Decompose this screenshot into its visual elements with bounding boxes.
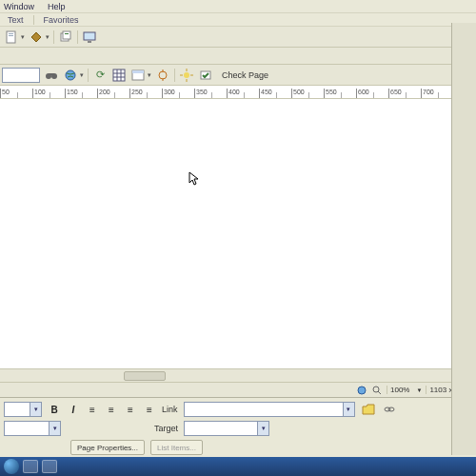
check-page-button[interactable]: Check Page bbox=[217, 69, 273, 82]
target-combo[interactable]: ▾ bbox=[184, 421, 269, 436]
ruler-tick: 350 bbox=[194, 89, 227, 98]
chevron-down-icon[interactable]: ▾ bbox=[21, 33, 25, 41]
rhombus-icon[interactable] bbox=[29, 30, 44, 45]
svg-point-23 bbox=[184, 72, 189, 78]
sub-tabs: Text Favorites bbox=[0, 13, 476, 27]
svg-rect-13 bbox=[113, 69, 125, 81]
ruler-tick: 50 bbox=[0, 89, 32, 98]
monitor-icon[interactable] bbox=[82, 30, 97, 45]
cursor-icon bbox=[188, 171, 200, 189]
ruler-tick: 600 bbox=[356, 89, 388, 98]
svg-point-29 bbox=[358, 387, 366, 394]
ruler-tick: 100 bbox=[32, 89, 65, 98]
align-center-button[interactable]: ≡ bbox=[105, 403, 118, 416]
svg-rect-5 bbox=[63, 31, 70, 39]
search-icon[interactable] bbox=[371, 385, 383, 396]
check-icon[interactable] bbox=[198, 68, 213, 83]
tab-favorites[interactable]: Favorites bbox=[40, 14, 83, 26]
folder-icon[interactable] bbox=[361, 402, 376, 417]
globe-icon[interactable] bbox=[63, 68, 78, 83]
separator bbox=[53, 30, 54, 44]
menubar[interactable]: Window Help bbox=[0, 0, 476, 13]
property-inspector: ▾ B I ≡ ≡ ≡ ≡ Link ▾ ▾ Target ▾ bbox=[0, 397, 476, 457]
stack-icon[interactable] bbox=[58, 30, 73, 45]
align-justify-button[interactable]: ≡ bbox=[143, 403, 156, 416]
ruler-tick: 300 bbox=[162, 89, 194, 98]
viz-icon[interactable] bbox=[155, 68, 170, 83]
doc-title-input[interactable] bbox=[2, 68, 40, 83]
separator bbox=[88, 69, 89, 82]
horizontal-scrollbar[interactable] bbox=[0, 368, 476, 382]
panel-rail[interactable] bbox=[451, 23, 476, 455]
link-label: Link bbox=[162, 405, 178, 414]
target-label: Target bbox=[154, 424, 178, 433]
toolbar-spacer bbox=[0, 48, 476, 65]
refresh-icon[interactable]: ⟳ bbox=[92, 68, 108, 83]
ruler-tick: 450 bbox=[259, 89, 291, 98]
scrollbar-thumb[interactable] bbox=[124, 371, 166, 381]
taskbar-item[interactable] bbox=[42, 460, 57, 473]
grid-icon[interactable] bbox=[111, 68, 127, 83]
ruler-tick: 250 bbox=[129, 89, 162, 98]
ruler-tick: 700 bbox=[421, 89, 453, 98]
svg-point-20 bbox=[159, 71, 167, 79]
svg-rect-6 bbox=[65, 33, 69, 34]
svg-rect-19 bbox=[132, 70, 144, 73]
separator bbox=[174, 69, 175, 82]
menu-help[interactable]: Help bbox=[48, 2, 66, 11]
svg-rect-11 bbox=[49, 73, 54, 75]
menu-window[interactable]: Window bbox=[4, 2, 34, 11]
chevron-down-icon[interactable]: ▾ bbox=[80, 71, 84, 79]
ruler: 5010015020025030035040045050055060065070… bbox=[0, 86, 476, 99]
page-icon[interactable] bbox=[4, 30, 19, 45]
ruler-tick: 550 bbox=[324, 89, 356, 98]
binoculars-icon[interactable] bbox=[44, 68, 59, 83]
earth-icon[interactable] bbox=[356, 385, 367, 396]
start-orb[interactable] bbox=[4, 459, 19, 474]
svg-marker-3 bbox=[31, 32, 41, 42]
svg-rect-2 bbox=[9, 35, 13, 36]
svg-line-31 bbox=[378, 391, 381, 394]
chain-icon[interactable] bbox=[382, 402, 397, 417]
ruler-tick: 150 bbox=[65, 89, 97, 98]
link-combo[interactable]: ▾ bbox=[184, 402, 355, 417]
svg-point-12 bbox=[66, 70, 75, 80]
svg-point-33 bbox=[388, 407, 394, 411]
canvas[interactable] bbox=[0, 99, 476, 368]
bold-button[interactable]: B bbox=[48, 403, 61, 416]
burst-icon[interactable] bbox=[179, 68, 194, 83]
statusbar: 100% ▼ 1103 x 489 bbox=[0, 382, 476, 397]
tab-separator bbox=[33, 15, 34, 25]
chevron-down-icon[interactable]: ▾ bbox=[46, 33, 50, 41]
svg-rect-0 bbox=[7, 31, 15, 43]
taskbar[interactable] bbox=[0, 457, 476, 476]
chevron-down-icon[interactable]: ▼ bbox=[416, 387, 422, 393]
svg-rect-1 bbox=[9, 33, 13, 34]
separator bbox=[77, 30, 78, 44]
tab-text[interactable]: Text bbox=[4, 14, 28, 26]
align-left-button[interactable]: ≡ bbox=[86, 403, 99, 416]
size-combo[interactable]: ▾ bbox=[4, 421, 61, 436]
align-right-button[interactable]: ≡ bbox=[124, 403, 137, 416]
ruler-tick: 500 bbox=[291, 89, 324, 98]
page-properties-button[interactable]: Page Properties... bbox=[70, 440, 145, 455]
table-icon[interactable] bbox=[130, 68, 146, 83]
svg-rect-8 bbox=[88, 41, 91, 43]
taskbar-item[interactable] bbox=[23, 460, 38, 473]
italic-button[interactable]: I bbox=[67, 403, 80, 416]
main-toolbar: ▾ ▾ bbox=[0, 27, 476, 48]
list-items-button: List Items... bbox=[150, 440, 203, 455]
document-toolbar: ▾ ⟳ ▾ Check Page bbox=[0, 65, 476, 86]
format-combo[interactable]: ▾ bbox=[4, 402, 42, 417]
zoom-value[interactable]: 100% bbox=[387, 386, 412, 394]
svg-rect-7 bbox=[84, 32, 95, 40]
chevron-down-icon[interactable]: ▾ bbox=[148, 71, 151, 79]
ruler-tick: 200 bbox=[97, 89, 129, 98]
ruler-tick: 400 bbox=[227, 89, 259, 98]
ruler-tick: 650 bbox=[388, 89, 421, 98]
